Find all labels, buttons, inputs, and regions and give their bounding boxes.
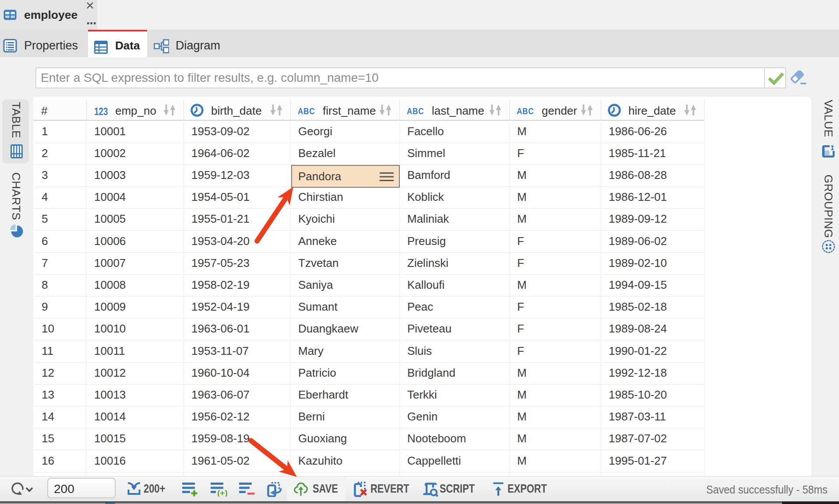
svg-text:(+): (+) <box>217 488 227 497</box>
